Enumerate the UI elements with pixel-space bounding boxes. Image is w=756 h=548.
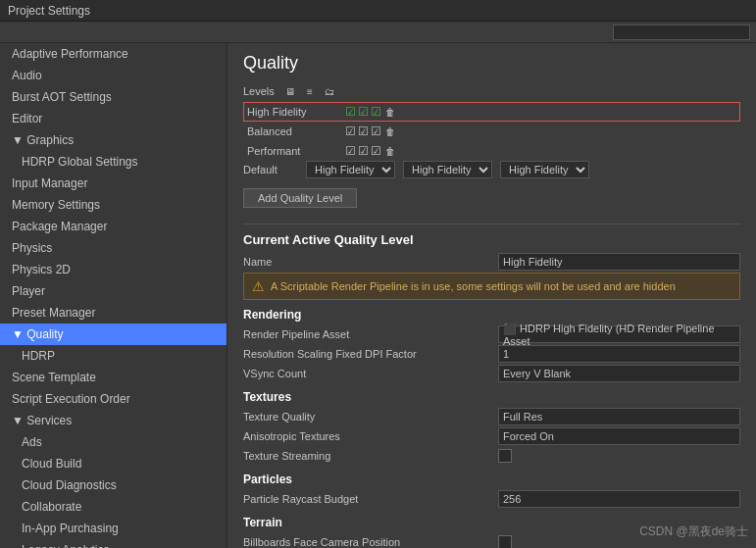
delete-level-icon[interactable]: 🗑 <box>385 126 395 137</box>
sidebar-item-script-execution-order[interactable]: Script Execution Order <box>0 388 227 410</box>
property-checkbox[interactable] <box>498 535 512 548</box>
level-row-high-fidelity[interactable]: High Fidelity☑☑☑🗑 <box>243 102 740 122</box>
check-1[interactable]: ☑ <box>358 105 369 119</box>
level-row-performant[interactable]: Performant☑☑☑🗑 <box>243 141 740 161</box>
property-label: Anisotropic Textures <box>243 430 498 442</box>
default-dropdown-3[interactable]: High Fidelity <box>500 161 589 178</box>
name-value: High Fidelity <box>498 253 740 271</box>
level-name: Balanced <box>247 125 345 137</box>
sidebar-item-quality[interactable]: ▼ Quality <box>0 324 227 345</box>
property-row: Texture Streaming <box>243 447 740 465</box>
sidebar-item-preset-manager[interactable]: Preset Manager <box>0 302 227 324</box>
monitor-icon[interactable]: 🖥 <box>282 83 298 99</box>
sidebar-item-cloud-diagnostics[interactable]: Cloud Diagnostics <box>0 474 227 496</box>
level-name: High Fidelity <box>247 106 345 118</box>
current-active-title: Current Active Quality Level <box>243 232 740 247</box>
property-value: 256 <box>498 490 740 508</box>
add-quality-level-button[interactable]: Add Quality Level <box>243 188 357 208</box>
property-value: Full Res <box>498 408 740 425</box>
sidebar-item-physics-2d[interactable]: Physics 2D <box>0 259 227 280</box>
particles-title: Particles <box>243 473 740 486</box>
property-label: Billboards Face Camera Position <box>243 536 498 548</box>
sidebar-item-legacy-analytics[interactable]: Legacy Analytics <box>0 539 227 548</box>
name-label: Name <box>243 256 498 268</box>
folder-icon[interactable]: 🗂 <box>322 83 337 99</box>
divider-1 <box>243 224 740 224</box>
textures-section: Textures Texture QualityFull ResAnisotro… <box>243 390 740 465</box>
sidebar-item-player[interactable]: Player <box>0 280 227 302</box>
sidebar-item-ads[interactable]: Ads <box>0 431 227 453</box>
warning-text: A Scriptable Render Pipeline is in use, … <box>271 280 676 292</box>
levels-header: Levels 🖥 ≡ 🗂 <box>243 83 740 99</box>
sidebar-item-editor[interactable]: Editor <box>0 108 227 129</box>
level-name: Performant <box>247 145 345 157</box>
property-label: Particle Raycast Budget <box>243 493 498 505</box>
delete-level-icon[interactable]: 🗑 <box>385 146 395 157</box>
check-1[interactable]: ☑ <box>358 125 369 138</box>
sidebar-item-collaborate[interactable]: Collaborate <box>0 496 227 518</box>
property-row: Resolution Scaling Fixed DPI Factor1 <box>243 345 740 363</box>
sidebar-item-audio[interactable]: Audio <box>0 65 227 86</box>
level-checks: ☑☑☑ <box>345 105 381 119</box>
sidebar-item-burst-aot[interactable]: Burst AOT Settings <box>0 86 227 108</box>
delete-level-icon[interactable]: 🗑 <box>385 107 395 118</box>
check-1[interactable]: ☑ <box>358 144 369 158</box>
property-value: ⬛ HDRP High Fidelity (HD Render Pipeline… <box>498 325 740 343</box>
rendering-section: Rendering Render Pipeline Asset⬛ HDRP Hi… <box>243 308 740 382</box>
sidebar-item-in-app-purchasing[interactable]: In-App Purchasing <box>0 518 227 539</box>
sidebar-item-adaptive-performance[interactable]: Adaptive Performance <box>0 43 227 65</box>
levels-container: Levels 🖥 ≡ 🗂 High Fidelity☑☑☑🗑Balanced☑☑… <box>243 83 740 214</box>
sidebar-item-memory-settings[interactable]: Memory Settings <box>0 194 227 216</box>
default-dropdown-1[interactable]: High Fidelity Balanced Performant <box>306 161 395 178</box>
level-row-balanced[interactable]: Balanced☑☑☑🗑 <box>243 122 740 141</box>
check-2[interactable]: ☑ <box>371 125 381 138</box>
property-label: Render Pipeline Asset <box>243 328 498 340</box>
property-checkbox[interactable] <box>498 449 512 463</box>
warning-icon: ⚠ <box>252 278 265 294</box>
level-checks: ☑☑☑ <box>345 144 381 158</box>
check-2[interactable]: ☑ <box>371 144 381 158</box>
check-0[interactable]: ☑ <box>345 105 356 119</box>
sidebar-item-input-manager[interactable]: Input Manager <box>0 173 227 194</box>
rendering-properties: Render Pipeline Asset⬛ HDRP High Fidelit… <box>243 325 740 382</box>
list-icon[interactable]: ≡ <box>302 83 318 99</box>
sidebar-item-graphics[interactable]: ▼ Graphics <box>0 129 227 151</box>
rendering-title: Rendering <box>243 308 740 322</box>
default-dropdown-2[interactable]: High Fidelity <box>403 161 492 178</box>
property-row: Render Pipeline Asset⬛ HDRP High Fidelit… <box>243 325 740 343</box>
terrain-section: Terrain Billboards Face Camera Position <box>243 516 740 548</box>
check-2[interactable]: ☑ <box>371 105 381 119</box>
level-checks: ☑☑☑ <box>345 125 381 138</box>
search-input[interactable] <box>613 25 750 40</box>
property-value: Every V Blank <box>498 365 740 382</box>
warning-box: ⚠ A Scriptable Render Pipeline is in use… <box>243 273 740 300</box>
current-active-section: Current Active Quality Level Name High F… <box>243 232 740 300</box>
default-label: Default <box>243 164 302 175</box>
sidebar-item-hdrp-global[interactable]: HDRP Global Settings <box>0 151 227 173</box>
terrain-title: Terrain <box>243 516 740 529</box>
property-row: VSync CountEvery V Blank <box>243 365 740 382</box>
sidebar-item-package-manager[interactable]: Package Manager <box>0 216 227 237</box>
sidebar-item-services[interactable]: ▼ Services <box>0 410 227 431</box>
property-label: Resolution Scaling Fixed DPI Factor <box>243 348 498 360</box>
top-bar <box>0 22 756 43</box>
name-property-row: Name High Fidelity <box>243 253 740 271</box>
property-row: Billboards Face Camera Position <box>243 533 740 548</box>
property-row: Texture QualityFull Res <box>243 408 740 425</box>
title-bar-text: Project Settings <box>8 4 90 18</box>
property-row: Anisotropic TexturesForced On <box>243 427 740 445</box>
default-row: Default High Fidelity Balanced Performan… <box>243 161 740 178</box>
check-0[interactable]: ☑ <box>345 144 356 158</box>
sidebar-item-scene-template[interactable]: Scene Template <box>0 367 227 388</box>
sidebar-item-physics[interactable]: Physics <box>0 237 227 259</box>
textures-title: Textures <box>243 390 740 404</box>
levels-label: Levels <box>243 85 275 97</box>
sidebar-item-cloud-build[interactable]: Cloud Build <box>0 453 227 474</box>
property-label: Texture Quality <box>243 411 498 423</box>
check-0[interactable]: ☑ <box>345 125 356 138</box>
sidebar-item-hdrp[interactable]: HDRP <box>0 345 227 367</box>
particles-section: Particles Particle Raycast Budget256 <box>243 473 740 508</box>
title-bar: Project Settings <box>0 0 756 22</box>
property-value: 1 <box>498 345 740 363</box>
textures-properties: Texture QualityFull ResAnisotropic Textu… <box>243 408 740 465</box>
